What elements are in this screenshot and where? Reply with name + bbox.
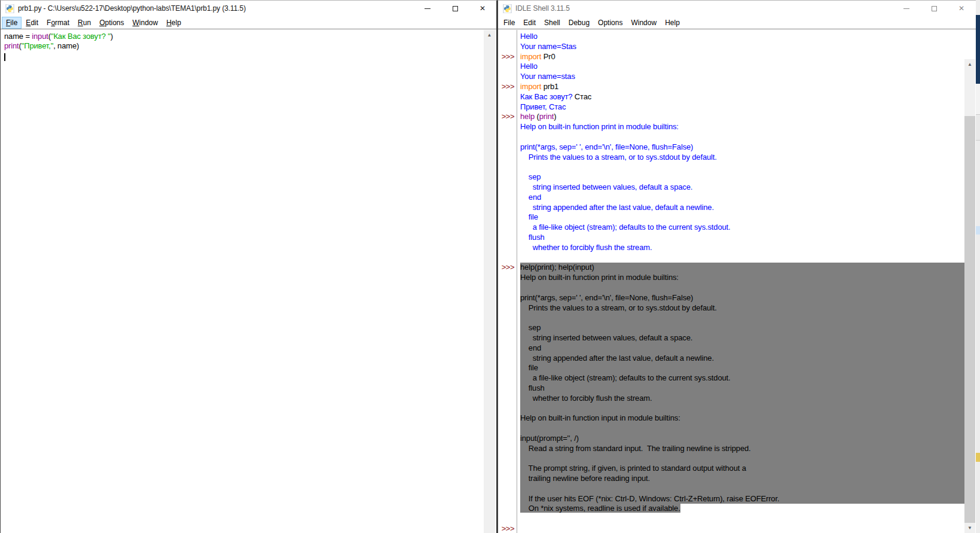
text-segment: help — [520, 112, 535, 121]
shell-row: Prints the values to a stream, or to sys… — [520, 153, 964, 163]
minimize-icon — [425, 8, 431, 9]
shell-area: >>>>>>>>>>>>>>> HelloYour name=Stasimpor… — [498, 30, 980, 533]
menu-format[interactable]: Format — [42, 17, 74, 29]
menu-shell[interactable]: Shell — [540, 17, 564, 29]
minimize-icon — [903, 8, 909, 9]
shell-row: string appended after the last value, de… — [520, 203, 964, 213]
text-segment: string inserted between values, default … — [520, 182, 692, 191]
shell-row-selected: a file-like object (stream); defaults to… — [520, 373, 964, 383]
shell-row-selected: sep — [520, 323, 964, 333]
menu-options[interactable]: Options — [594, 17, 627, 29]
scrollbar-thumb[interactable] — [964, 116, 975, 533]
text-segment: sep — [520, 172, 541, 181]
shell-row — [520, 162, 964, 172]
text-segment: If the user hits EOF (*nix: Ctrl-D, Wind… — [520, 494, 779, 503]
text-segment: a file-like object (stream); defaults to… — [520, 223, 730, 232]
menu-edit[interactable]: Edit — [22, 17, 42, 29]
menu-edit[interactable]: Edit — [519, 17, 540, 29]
menu-window[interactable]: Window — [129, 17, 163, 29]
maximize-button[interactable] — [441, 1, 469, 16]
editor-window-title: prb1.py - C:\Users\u522-17\Desktop\pytho… — [18, 4, 246, 13]
background-window-edge — [976, 15, 980, 84]
shell-row-selected: Help on built-in function input in modul… — [520, 413, 964, 424]
shell-window-title: IDLE Shell 3.11.5 — [515, 4, 570, 13]
shell-prompt: >>> — [502, 263, 514, 273]
shell-vertical-scrollbar[interactable]: ▲ ▼ — [964, 59, 975, 533]
menu-options[interactable]: Options — [95, 17, 128, 29]
background-window-edge — [976, 226, 980, 234]
shell-prompt-sidebar: >>>>>>>>>>>>>>> — [499, 30, 517, 533]
scroll-up-arrow-icon[interactable]: ▲ — [964, 59, 975, 69]
menu-help[interactable]: Help — [661, 17, 684, 29]
text-segment: end — [520, 343, 541, 352]
text-segment: Prints the values to a stream, or to sys… — [520, 303, 717, 312]
shell-row: flush — [520, 233, 964, 243]
minimize-button[interactable] — [893, 1, 920, 16]
menu-debug[interactable]: Debug — [564, 17, 594, 29]
shell-row-selected: On *nix systems, readline is used if ava… — [520, 504, 964, 514]
shell-row-selected: help(print); help(input) — [520, 263, 964, 273]
text-segment: "Привет," — [22, 41, 53, 50]
background-window-edge — [976, 84, 980, 115]
shell-row-selected — [520, 484, 964, 494]
menu-window[interactable]: Window — [627, 17, 661, 29]
code-editor-area[interactable]: name = input("Как Вас зовут? ")print("Пр… — [1, 30, 484, 533]
shell-text-area[interactable]: HelloYour name=Stasimport Pr0HelloYour n… — [518, 30, 964, 533]
text-segment: On *nix systems, readline is used if ava… — [520, 504, 680, 513]
python-icon — [503, 4, 512, 13]
shell-row: import prb1 — [520, 82, 964, 92]
shell-row-selected: string inserted between values, default … — [520, 333, 964, 343]
shell-row-selected — [520, 403, 964, 413]
shell-row-selected: If the user hits EOF (*nix: Ctrl-D, Wind… — [520, 494, 964, 504]
menu-file[interactable]: File — [499, 17, 519, 29]
shell-row: Hello — [520, 32, 964, 42]
menu-file[interactable]: File — [2, 17, 22, 29]
code-lines: name = input("Как Вас зовут? ")print("Пр… — [1, 30, 484, 51]
minimize-button[interactable] — [414, 1, 441, 16]
text-segment: Стас — [575, 92, 591, 101]
text-segment: print — [4, 41, 19, 50]
menu-help[interactable]: Help — [162, 17, 185, 29]
shell-row: Hello — [520, 62, 964, 72]
close-button[interactable]: ✕ — [469, 1, 496, 16]
shell-row: Your name=stas — [520, 72, 964, 82]
shell-row — [520, 132, 964, 142]
shell-row — [520, 524, 964, 533]
shell-row: help (print) — [520, 112, 964, 122]
editor-titlebar: prb1.py - C:\Users\u522-17\Desktop\pytho… — [1, 1, 496, 16]
close-icon: ✕ — [480, 5, 486, 12]
text-segment: whether to forcibly flush the stream. — [520, 394, 652, 403]
text-segment: input — [32, 32, 48, 41]
text-segment: file — [520, 212, 538, 221]
menu-run[interactable]: Run — [74, 17, 95, 29]
text-segment: sep — [520, 323, 541, 332]
text-segment: prb1 — [541, 82, 558, 91]
scroll-down-arrow-icon[interactable]: ▼ — [964, 523, 975, 533]
shell-row-selected: flush — [520, 383, 964, 394]
text-segment: Help on built-in function print in modul… — [520, 122, 679, 131]
text-segment: flush — [520, 233, 545, 242]
scroll-up-arrow-icon[interactable]: ▲ — [484, 30, 495, 40]
shell-row: Your name=Stas — [520, 42, 964, 52]
maximize-icon — [932, 6, 937, 11]
shell-row-selected: Read a string from standard input. The t… — [520, 444, 964, 454]
shell-row: string inserted between values, default … — [520, 182, 964, 193]
text-segment: ) — [111, 32, 113, 41]
maximize-icon — [453, 6, 458, 11]
shell-row: sep — [520, 172, 964, 182]
maximize-button[interactable] — [920, 1, 948, 16]
close-icon: ✕ — [958, 5, 964, 12]
shell-row-selected: input(prompt='', /) — [520, 434, 964, 444]
python-file-icon — [5, 4, 14, 13]
shell-prompt: >>> — [502, 112, 514, 122]
text-segment: Hello — [520, 32, 538, 41]
shell-row-selected — [520, 424, 964, 434]
editor-caption-buttons: ✕ — [414, 1, 496, 16]
close-button[interactable]: ✕ — [948, 1, 975, 16]
shell-row-selected — [520, 313, 964, 323]
shell-prompt: >>> — [502, 52, 514, 62]
text-segment: Help on built-in function print in modul… — [520, 273, 679, 282]
editor-vertical-scrollbar[interactable]: ▲ — [484, 30, 495, 533]
text-segment: Как Вас зовут? — [520, 92, 575, 101]
background-window-sliver — [976, 0, 980, 533]
